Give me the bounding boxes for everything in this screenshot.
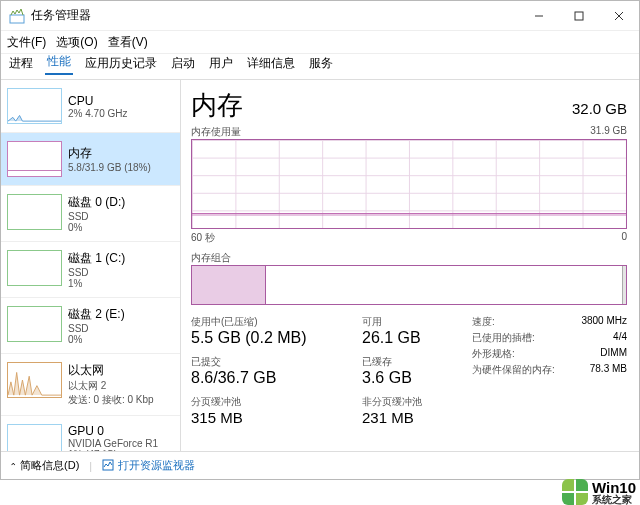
watermark: Win10 系统之家	[562, 479, 636, 505]
sidebar-item-disk1[interactable]: 磁盘 1 (C:) SSD 1%	[1, 241, 180, 297]
sidebar-item-gpu0[interactable]: GPU 0 NVIDIA GeForce R1 1% (47 °C)	[1, 415, 180, 451]
sidebar-item-value: 1%	[68, 278, 125, 289]
composition-label: 内存组合	[191, 251, 627, 265]
stat-inuse-value: 5.5 GB (0.2 MB)	[191, 329, 362, 347]
disk-thumb-icon	[7, 250, 62, 286]
divider: |	[89, 460, 92, 472]
sidebar-item-sub: 5.8/31.9 GB (18%)	[68, 162, 151, 173]
memory-usage-chart[interactable]	[191, 139, 627, 229]
axis-left: 60 秒	[191, 231, 215, 245]
sidebar-item-disk0[interactable]: 磁盘 0 (D:) SSD 0%	[1, 185, 180, 241]
tab-services[interactable]: 服务	[307, 52, 335, 75]
window-title: 任务管理器	[31, 7, 519, 24]
sidebar-item-label: 磁盘 0 (D:)	[68, 194, 125, 211]
tab-startup[interactable]: 启动	[169, 52, 197, 75]
memory-composition-chart[interactable]	[191, 265, 627, 305]
sidebar-item-sub: 以太网 2	[68, 379, 154, 393]
stat-paged-label: 分页缓冲池	[191, 395, 362, 409]
svg-rect-2	[575, 12, 583, 20]
stat-committed-value: 8.6/36.7 GB	[191, 369, 362, 387]
sidebar-item-value: 0%	[68, 222, 125, 233]
tab-users[interactable]: 用户	[207, 52, 235, 75]
maximize-button[interactable]	[559, 1, 599, 30]
sidebar-item-label: CPU	[68, 94, 127, 108]
sidebar-item-value: 发送: 0 接收: 0 Kbp	[68, 393, 154, 407]
spec-reserved-k: 为硬件保留的内存:	[472, 363, 555, 377]
tab-history[interactable]: 应用历史记录	[83, 52, 159, 75]
tab-details[interactable]: 详细信息	[245, 52, 297, 75]
svg-rect-0	[10, 15, 24, 23]
stat-committed-label: 已提交	[191, 355, 362, 369]
axis-right: 0	[621, 231, 627, 245]
tab-processes[interactable]: 进程	[7, 52, 35, 75]
spec-slots-v: 4/4	[613, 331, 627, 345]
menu-file[interactable]: 文件(F)	[7, 34, 46, 51]
sidebar-item-sub: 2% 4.70 GHz	[68, 108, 127, 119]
tabbar: 进程 性能 应用历史记录 启动 用户 详细信息 服务	[1, 53, 639, 79]
sidebar-item-label: GPU 0	[68, 424, 158, 438]
open-resource-monitor-link[interactable]: 打开资源监视器	[102, 458, 195, 473]
menu-view[interactable]: 查看(V)	[108, 34, 148, 51]
close-button[interactable]	[599, 1, 639, 30]
sidebar-item-sub: NVIDIA GeForce R1	[68, 438, 158, 449]
stat-available-value: 26.1 GB	[362, 329, 462, 347]
ethernet-thumb-icon	[7, 362, 62, 398]
sidebar-item-label: 磁盘 1 (C:)	[68, 250, 125, 267]
spec-speed-v: 3800 MHz	[581, 315, 627, 329]
watermark-logo-icon	[562, 479, 588, 505]
spec-form-k: 外形规格:	[472, 347, 515, 361]
disk-thumb-icon	[7, 194, 62, 230]
sidebar-item-cpu[interactable]: CPU 2% 4.70 GHz	[1, 80, 180, 132]
main-panel: 内存 32.0 GB 内存使用量 31.9 GB 60 秒 0 内存组合	[181, 80, 639, 451]
stat-cached-value: 3.6 GB	[362, 369, 462, 387]
spec-form-v: DIMM	[600, 347, 627, 361]
sidebar-item-disk2[interactable]: 磁盘 2 (E:) SSD 0%	[1, 297, 180, 353]
brief-info-toggle[interactable]: ⌄ 简略信息(D)	[9, 458, 79, 473]
stat-inuse-label: 使用中(已压缩)	[191, 315, 362, 329]
menubar: 文件(F) 选项(O) 查看(V)	[1, 31, 639, 53]
spec-reserved-v: 78.3 MB	[590, 363, 627, 377]
sidebar-item-label: 磁盘 2 (E:)	[68, 306, 125, 323]
titlebar: 任务管理器	[1, 1, 639, 31]
stat-paged-value: 315 MB	[191, 409, 362, 426]
stat-nonpaged-label: 非分页缓冲池	[362, 395, 462, 409]
usage-chart-label: 内存使用量	[191, 125, 241, 139]
sidebar-item-memory[interactable]: 内存 5.8/31.9 GB (18%)	[1, 132, 180, 185]
sidebar-item-sub: SSD	[68, 323, 125, 334]
sidebar-item-label: 以太网	[68, 362, 154, 379]
page-title: 内存	[191, 88, 243, 123]
watermark-line1: Win10	[592, 480, 636, 495]
footer: ⌄ 简略信息(D) | 打开资源监视器	[1, 451, 639, 479]
sidebar[interactable]: CPU 2% 4.70 GHz 内存 5.8/31.9 GB (18%) 磁盘 …	[1, 80, 181, 451]
stat-available-label: 可用	[362, 315, 462, 329]
stat-nonpaged-value: 231 MB	[362, 409, 462, 426]
app-icon	[9, 8, 25, 24]
usage-chart-max: 31.9 GB	[590, 125, 627, 139]
sidebar-item-value: 0%	[68, 334, 125, 345]
minimize-button[interactable]	[519, 1, 559, 30]
spec-speed-k: 速度:	[472, 315, 495, 329]
menu-options[interactable]: 选项(O)	[56, 34, 97, 51]
sidebar-item-sub: SSD	[68, 211, 125, 222]
tab-performance[interactable]: 性能	[45, 50, 73, 75]
sidebar-item-ethernet[interactable]: 以太网 以太网 2 发送: 0 接收: 0 Kbp	[1, 353, 180, 415]
spec-slots-k: 已使用的插槽:	[472, 331, 535, 345]
watermark-line2: 系统之家	[592, 495, 636, 505]
disk-thumb-icon	[7, 306, 62, 342]
stat-cached-label: 已缓存	[362, 355, 462, 369]
chevron-up-icon: ⌄	[9, 461, 17, 471]
sidebar-item-label: 内存	[68, 145, 151, 162]
gpu-thumb-icon	[7, 424, 62, 451]
memory-total: 32.0 GB	[572, 100, 627, 117]
monitor-icon	[102, 459, 114, 473]
cpu-thumb-icon	[7, 88, 62, 124]
sidebar-item-sub: SSD	[68, 267, 125, 278]
memory-thumb-icon	[7, 141, 62, 177]
